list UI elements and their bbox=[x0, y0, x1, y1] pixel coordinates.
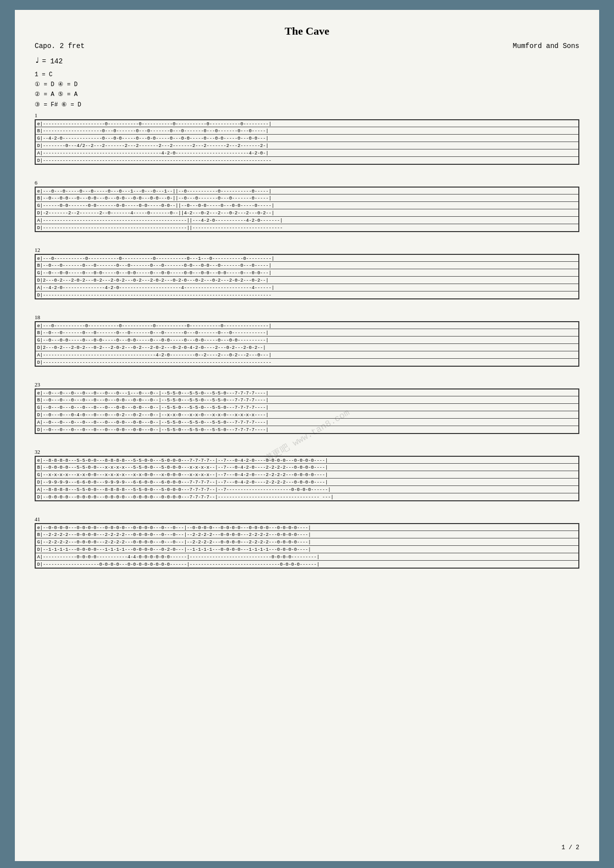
tab-section-6: 32 e|--8-8-8-8---5-5-0-0---8-8-8-8---5-5… bbox=[35, 449, 579, 501]
string-2: B|--2-2-2-2---0-0-0-0---2-2-2-2---0-0-0-… bbox=[36, 531, 578, 538]
tab-staff-1: e|----------------------0-----------0---… bbox=[35, 119, 579, 165]
page-title: The Cave bbox=[35, 25, 579, 38]
string-5: A|--------------------------------------… bbox=[36, 149, 578, 157]
measure-number-12: 12 bbox=[35, 247, 579, 253]
measure-number-1: 1 bbox=[35, 112, 579, 118]
string-3: G|--0---0-0-----0---0-0-----0---0-0-----… bbox=[36, 337, 578, 344]
string-2: B|--0---0-------0---0-------0---0-------… bbox=[36, 262, 578, 269]
string-2: B|--0-0-0-0---5-5-0-0---x-x-x-x---5-5-0-… bbox=[36, 464, 578, 471]
string-2: B|---------------------0---0-------0---0… bbox=[36, 127, 578, 135]
tab-section-5: 23 e|--0---0---0---0---0---0---0---1---0… bbox=[35, 382, 579, 434]
sheet-music-page: The Cave Capo. 2 fret Mumford and Sons ♩… bbox=[15, 10, 599, 861]
string-3: G|--0---0-0-----0---0-0-----0---0-0-----… bbox=[36, 269, 578, 277]
tab-staff-5: e|--0---0---0---0---0---0---0---1---0---… bbox=[35, 388, 579, 434]
tempo-section: ♩ = 142 1 = C ① = D ④ = D ② = A ⑤ = A ③ … bbox=[35, 55, 579, 110]
measure-number-6: 6 bbox=[35, 180, 579, 186]
string-6: D|--------------------------------------… bbox=[36, 157, 578, 164]
tab-staff-6: e|--8-8-8-8---5-5-0-0---8-8-8-8---5-5-0-… bbox=[35, 456, 579, 501]
string-5: A|--4-2-0---------------4-2-0-----------… bbox=[36, 284, 578, 291]
string-6: D|--------------------------------------… bbox=[36, 359, 578, 366]
string-5: A|--------------------------------------… bbox=[36, 217, 578, 224]
tuning-info: 1 = C ① = D ④ = D ② = A ⑤ = A ③ = F# ⑥ =… bbox=[35, 70, 579, 110]
string-4: D|--1-1-1-1---0-0-0-0---1-1-1-1---0-0-0-… bbox=[36, 546, 578, 553]
tempo-value: = 142 bbox=[42, 56, 63, 67]
measure-number-18: 18 bbox=[35, 314, 579, 320]
string-2: B|--0---0-------0---0-------0---0-------… bbox=[36, 329, 578, 337]
string-5: A|--0---0---0---0---0---0---0-0---0-0---… bbox=[36, 419, 578, 426]
tab-section-7: 41 e|--0-0-0-0---0-0-0-0---0-0-0-0---0-0… bbox=[35, 516, 579, 569]
capo-info: Capo. 2 fret bbox=[35, 42, 85, 50]
note-symbol: ♩ bbox=[35, 55, 40, 68]
string-3: G|--x-x-x-x---x-x-0-0---x-x-x-x---x-x-0-… bbox=[36, 471, 578, 479]
string-2: B|--0---0---0---0---0---0---0-0---0-0---… bbox=[36, 396, 578, 404]
string-1: e|--0-0-0-0---0-0-0-0---0-0-0-0---0-0-0-… bbox=[36, 524, 578, 531]
page-number: 1 / 2 bbox=[562, 844, 579, 851]
string-2: B|--0---0-0---0---0-0---0---0-0---0-0---… bbox=[36, 194, 578, 202]
tab-staff-3: e|---0-----------0-----------0----------… bbox=[35, 254, 579, 299]
string-5: A|------------0-0-0-0-----------4-4-0-0-… bbox=[36, 553, 578, 561]
string-4: D|2---0-2---2-0-2---0-2---2-0-2---0-2---… bbox=[36, 344, 578, 351]
string-6: D|--------------------0-0-0-0---0-0-0-0-… bbox=[36, 561, 578, 568]
tab-staff-7: e|--0-0-0-0---0-0-0-0---0-0-0-0---0-0-0-… bbox=[35, 523, 579, 569]
string-4: D|--9-9-9-9---6-6-0-0---9-9-9-9---6-6-0-… bbox=[36, 479, 578, 486]
string-1: e|---0-----------0-----------0----------… bbox=[36, 322, 578, 329]
tab-section-2: 6 e|---0---0-----0---0-----0---0---1---0… bbox=[35, 180, 579, 232]
string-1: e|---0---0-----0---0-----0---0---1---0--… bbox=[36, 187, 578, 194]
string-5: A|--8-8-8-8---5-5-0-0---8-8-8-8---5-5-0-… bbox=[36, 486, 578, 493]
measure-number-32: 32 bbox=[35, 449, 579, 455]
string-3: G|--4-2-0--------------0---0-0-----0---0… bbox=[36, 135, 578, 142]
string-4: D|-2-------2--2-------2--0-------4-----0… bbox=[36, 209, 578, 217]
string-3: G|------0-0-------0-0-------0-0-----0-0-… bbox=[36, 202, 578, 209]
string-6: D|--0---0---0---0---0---0---0-0---0-0---… bbox=[36, 426, 578, 434]
measure-number-41: 41 bbox=[35, 516, 579, 522]
tab-section-4: 18 e|---0-----------0-----------0-------… bbox=[35, 314, 579, 367]
measure-number-23: 23 bbox=[35, 382, 579, 387]
string-4: D|2---0-2---2-0-2---0-2---2-0-2---0-2---… bbox=[36, 277, 578, 284]
tab-section-3: 12 e|---0-----------0-----------0-------… bbox=[35, 247, 579, 299]
string-6: D|--------------------------------------… bbox=[36, 291, 578, 299]
string-3: G|--0---0---0---0---0---0---0-0---0-0---… bbox=[36, 404, 578, 411]
string-1: e|----------------------0-----------0---… bbox=[36, 120, 578, 127]
string-1: e|--8-8-8-8---5-5-0-0---8-8-8-8---5-5-0-… bbox=[36, 456, 578, 464]
tab-section-1: 1 e|----------------------0-----------0-… bbox=[35, 112, 579, 165]
string-6: D|--0-0-0-0---0-0-0-0---0-0-0-0---0-0-0-… bbox=[36, 493, 578, 501]
string-1: e|--0---0---0---0---0---0---0---1---0---… bbox=[36, 389, 578, 396]
tempo-line: ♩ = 142 bbox=[35, 55, 579, 68]
string-1: e|---0-----------0-----------0----------… bbox=[36, 254, 578, 262]
tab-staff-4: e|---0-----------0-----------0----------… bbox=[35, 321, 579, 367]
tab-staff-2: e|---0---0-----0---0-----0---0---1---0--… bbox=[35, 187, 579, 232]
string-5: A|--------------------------------------… bbox=[36, 351, 578, 359]
artist-name: Mumford and Sons bbox=[513, 42, 579, 50]
string-6: D|--------------------------------------… bbox=[36, 224, 578, 232]
string-4: D|--------0---4/2--2---2-------2---2----… bbox=[36, 142, 578, 149]
string-4: D|--0---0---0-4-0---0---0---0-2---0-2---… bbox=[36, 411, 578, 419]
string-3: G|--2-2-2-2---0-0-0-0---2-2-2-2---0-0-0-… bbox=[36, 538, 578, 546]
